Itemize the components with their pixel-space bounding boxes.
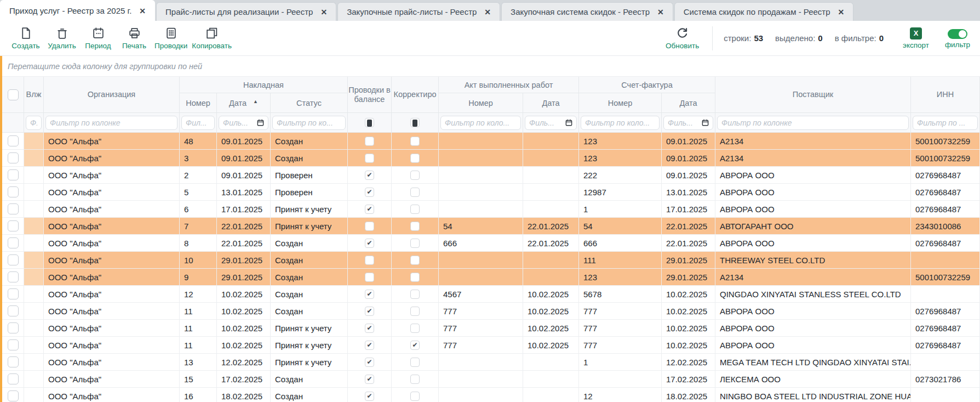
post-checkbox[interactable]: ✔ bbox=[365, 171, 374, 180]
period-button[interactable]: Период bbox=[80, 26, 116, 50]
post-checkbox[interactable] bbox=[365, 256, 374, 265]
col-header-inv_num[interactable]: Номер bbox=[579, 93, 662, 113]
table-row[interactable]: ООО "Альфа"722.01.2025Принят к учету5422… bbox=[2, 218, 980, 235]
table-row[interactable]: ООО "Альфа"1110.02.2025Принят к учету✔✔7… bbox=[2, 337, 980, 354]
filter-input-inv_num[interactable]: Фильтр по коло... bbox=[581, 116, 660, 130]
filter-input-inv_date[interactable]: Филь... bbox=[663, 116, 713, 130]
tab-4[interactable]: Закупочная система скидок - Реестр✕ bbox=[501, 2, 673, 21]
col-header-corr[interactable]: Корректиро bbox=[392, 77, 439, 113]
row-checkbox[interactable] bbox=[8, 373, 19, 384]
col-header-date[interactable]: Дата▲ bbox=[217, 93, 271, 113]
corr-checkbox[interactable] bbox=[410, 324, 420, 333]
row-checkbox[interactable] bbox=[8, 254, 19, 265]
table-row[interactable]: ООО "Альфа"1312.02.2025Принят к учету✔11… bbox=[2, 354, 980, 371]
col-header-post[interactable]: Проводки в балансе bbox=[348, 77, 392, 113]
col-header-act_num[interactable]: Номер bbox=[439, 93, 523, 113]
filter-input-num[interactable]: Фил... bbox=[181, 116, 215, 130]
corr-checkbox[interactable] bbox=[410, 239, 420, 248]
post-checkbox[interactable]: ✔ bbox=[365, 239, 374, 248]
corr-checkbox[interactable] bbox=[410, 392, 420, 401]
corr-checkbox[interactable] bbox=[410, 290, 420, 299]
col-header-num[interactable]: Номер bbox=[180, 93, 217, 113]
table-row[interactable]: ООО "Альфа"513.01.2025Проверен✔1298713.0… bbox=[2, 184, 980, 201]
table-row[interactable]: ООО "Альфа"1110.02.2025Принят к учету✔77… bbox=[2, 320, 980, 337]
refresh-button[interactable]: Обновить bbox=[663, 26, 701, 50]
copy-button[interactable]: Копировать bbox=[190, 26, 234, 50]
create-button[interactable]: Создать bbox=[8, 26, 44, 50]
col-header-status[interactable]: Статус bbox=[271, 93, 348, 113]
post-checkbox[interactable]: ✔ bbox=[365, 341, 374, 350]
row-checkbox[interactable] bbox=[8, 271, 19, 282]
corr-checkbox[interactable] bbox=[410, 273, 420, 282]
filter-input-status[interactable]: Фильтр по ко... bbox=[272, 116, 346, 130]
filter-input-date[interactable]: Филь... bbox=[219, 116, 268, 130]
table-row[interactable]: ООО "Альфа"4809.01.2025Создан12309.01.20… bbox=[2, 133, 980, 150]
export-button[interactable]: X экспорт bbox=[898, 27, 934, 49]
col-header-act_date[interactable]: Дата bbox=[523, 93, 579, 113]
filter-input-supplier[interactable]: Фильтр по колонке bbox=[717, 116, 909, 130]
close-icon[interactable]: ✕ bbox=[484, 8, 491, 16]
corr-checkbox[interactable]: ✔ bbox=[410, 341, 420, 350]
filter-toggle[interactable]: фильтр bbox=[939, 28, 976, 49]
table-row[interactable]: ООО "Альфа"1029.01.2025Создан11129.01.20… bbox=[2, 252, 980, 269]
select-all-checkbox[interactable] bbox=[8, 89, 19, 100]
row-checkbox[interactable] bbox=[8, 339, 19, 350]
post-checkbox[interactable]: ✔ bbox=[365, 188, 374, 197]
filter-input-vlzh[interactable]: Ф. bbox=[26, 116, 42, 130]
col-header-inv_date[interactable]: Дата bbox=[662, 93, 715, 113]
row-checkbox[interactable] bbox=[8, 288, 19, 299]
post-checkbox[interactable] bbox=[365, 137, 374, 146]
row-checkbox[interactable] bbox=[8, 220, 19, 231]
filter-input-act_num[interactable]: Фильтр по коло... bbox=[440, 116, 521, 130]
post-checkbox[interactable]: ✔ bbox=[365, 290, 374, 299]
row-checkbox[interactable] bbox=[8, 169, 19, 180]
close-icon[interactable]: ✕ bbox=[657, 8, 664, 16]
post-checkbox[interactable]: ✔ bbox=[365, 307, 374, 316]
postings-button[interactable]: Проводки bbox=[152, 26, 190, 50]
corr-checkbox[interactable] bbox=[410, 137, 420, 146]
corr-checkbox[interactable] bbox=[410, 171, 420, 180]
table-row[interactable]: ООО "Альфа"309.01.2025Создан12309.01.202… bbox=[2, 150, 980, 167]
delete-button[interactable]: Удалить bbox=[44, 26, 80, 50]
table-row[interactable]: ООО "Альфа"1210.02.2025Создан✔456710.02.… bbox=[2, 286, 980, 303]
filter-input-inn[interactable]: Фильтр по ... bbox=[913, 116, 978, 130]
filter-input-act_date[interactable]: Филь... bbox=[525, 116, 577, 130]
tab-5[interactable]: Система скидок по продажам - Реестр✕ bbox=[674, 2, 854, 21]
tab-3[interactable]: Закупочные прайс-листы - Реестр✕ bbox=[337, 2, 500, 21]
close-icon[interactable]: ✕ bbox=[139, 7, 146, 15]
corr-checkbox[interactable] bbox=[410, 154, 420, 163]
row-checkbox[interactable] bbox=[8, 305, 19, 316]
row-checkbox[interactable] bbox=[8, 356, 19, 367]
col-header-supplier[interactable]: Поставщик bbox=[715, 77, 911, 113]
post-checkbox[interactable] bbox=[365, 273, 374, 282]
row-checkbox[interactable] bbox=[8, 390, 19, 401]
row-checkbox[interactable] bbox=[8, 152, 19, 163]
tab-2[interactable]: Прайс-листы для реализации - Реестр✕ bbox=[156, 2, 336, 21]
tab-1[interactable]: Приход услуг - Реестр за 2025 г.✕ bbox=[0, 0, 155, 21]
table-row[interactable]: ООО "Альфа"822.01.2025Создан✔66622.01.20… bbox=[2, 235, 980, 252]
corr-checkbox[interactable] bbox=[410, 222, 420, 231]
col-header-inn[interactable]: ИНН bbox=[911, 77, 980, 113]
group-drop-zone[interactable]: Перетащите сюда колонку для группировки … bbox=[2, 56, 980, 77]
post-checkbox[interactable] bbox=[365, 222, 374, 231]
close-icon[interactable]: ✕ bbox=[838, 8, 845, 16]
corr-checkbox[interactable] bbox=[410, 256, 420, 265]
filter-checkbox-post[interactable] bbox=[365, 118, 374, 127]
table-row[interactable]: ООО "Альфа"209.01.2025Проверен✔22209.01.… bbox=[2, 167, 980, 184]
corr-checkbox[interactable] bbox=[410, 188, 420, 197]
table-row[interactable]: ООО "Альфа"929.01.2025Создан12329.01.202… bbox=[2, 269, 980, 286]
corr-checkbox[interactable] bbox=[410, 375, 420, 384]
row-checkbox[interactable] bbox=[8, 135, 19, 146]
col-header-vlzh[interactable]: Влж bbox=[24, 77, 44, 113]
filter-input-org[interactable]: Фильтр по колонке bbox=[45, 116, 177, 130]
post-checkbox[interactable]: ✔ bbox=[365, 358, 374, 367]
filter-checkbox-corr[interactable] bbox=[410, 118, 420, 127]
print-button[interactable]: Печать bbox=[116, 26, 152, 50]
col-header-org[interactable]: Организация bbox=[44, 77, 180, 113]
table-row[interactable]: ООО "Альфа"1517.02.2025Создан✔17.02.2025… bbox=[2, 371, 980, 388]
post-checkbox[interactable]: ✔ bbox=[365, 324, 374, 333]
row-checkbox[interactable] bbox=[8, 186, 19, 197]
corr-checkbox[interactable] bbox=[410, 307, 420, 316]
row-checkbox[interactable] bbox=[8, 237, 19, 248]
post-checkbox[interactable] bbox=[365, 154, 374, 163]
